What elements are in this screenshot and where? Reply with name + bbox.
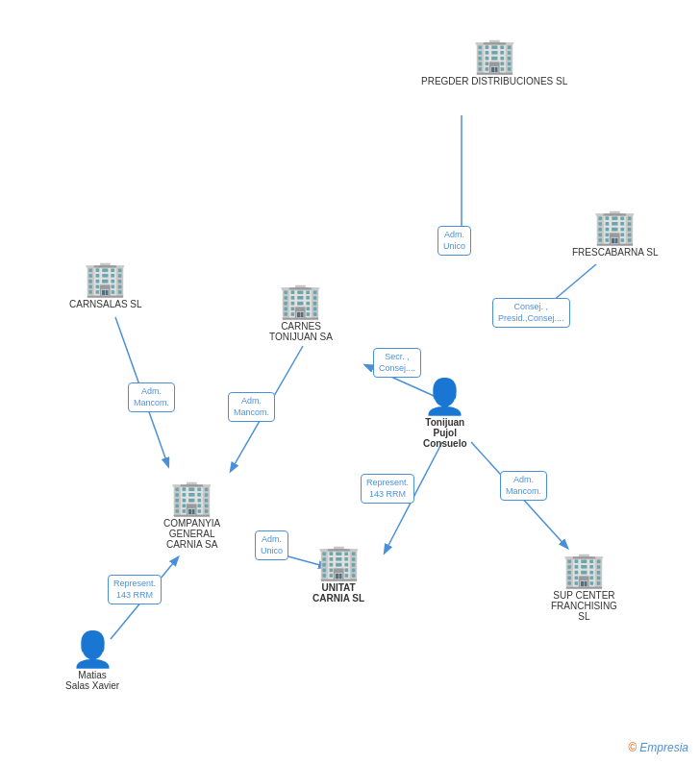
node-carnsalas: 🏢 CARNSALAS SL: [69, 261, 142, 309]
carnsalas-icon: 🏢: [84, 261, 127, 296]
node-carnes-tonijuan: 🏢 CARNESTONIJUAN SA: [269, 283, 333, 342]
badge-adm-mancom-sup: Adm.Mancom.: [500, 471, 547, 501]
node-frescabarna: 🏢 FRESCABARNA SL: [572, 209, 658, 258]
carnsalas-label: CARNSALAS SL: [69, 299, 142, 309]
pregder-label: PREGDER DISTRIBUCIONES SL: [421, 76, 567, 86]
badge-adm-mancom-carnsalas: Adm.Mancom.: [128, 382, 175, 412]
unitat-carnia-label: UNITATCARNIA SL: [312, 582, 364, 604]
badge-consej-frescabarna: Consej. ,Presid.,Consej....: [492, 298, 570, 328]
sup-center-icon: 🏢: [562, 553, 606, 587]
carnes-tonijuan-label: CARNESTONIJUAN SA: [269, 321, 333, 342]
diagram-canvas: 🏢 PREGDER DISTRIBUCIONES SL 🏢 FRESCABARN…: [0, 0, 700, 764]
node-tonijuan-pujol: 👤 TonijuanPujolConsuelo: [423, 380, 467, 449]
companyia-icon: 🏢: [170, 481, 213, 515]
node-matias: 👤 MatiasSalas Xavier: [65, 632, 119, 691]
sup-center-label: SUP CENTERFRANCHISINGSL: [551, 590, 617, 622]
pregder-icon: 🏢: [473, 38, 516, 73]
badge-adm-unico-companyia: Adm.Unico: [255, 530, 288, 560]
node-unitat-carnia: 🏢 UNITATCARNIA SL: [312, 545, 364, 604]
tonijuan-icon: 👤: [423, 380, 466, 414]
node-sup-center: 🏢 SUP CENTERFRANCHISINGSL: [551, 553, 617, 622]
badge-represent-143-matias: Represent.143 RRM: [108, 575, 162, 604]
frescabarna-icon: 🏢: [593, 209, 637, 244]
frescabarna-label: FRESCABARNA SL: [572, 247, 658, 258]
watermark: © Empresia: [628, 741, 688, 754]
badge-secr-carnes: Secr. ,Consej....: [373, 348, 421, 378]
matias-label: MatiasSalas Xavier: [65, 670, 119, 691]
companyia-label: COMPANYIAGENERALCARNIA SA: [163, 518, 220, 550]
unitat-carnia-icon: 🏢: [317, 545, 361, 579]
tonijuan-label: TonijuanPujolConsuelo: [423, 417, 467, 449]
carnes-tonijuan-icon: 🏢: [279, 283, 322, 318]
badge-adm-mancom-carnes: Adm.Mancom.: [228, 392, 275, 422]
badge-adm-unico-pregder: Adm.Unico: [438, 226, 471, 256]
matias-icon: 👤: [71, 632, 114, 667]
node-companyia: 🏢 COMPANYIAGENERALCARNIA SA: [163, 481, 220, 550]
node-pregder: 🏢 PREGDER DISTRIBUCIONES SL: [421, 38, 567, 86]
badge-represent-143: Represent.143 RRM: [361, 474, 414, 504]
